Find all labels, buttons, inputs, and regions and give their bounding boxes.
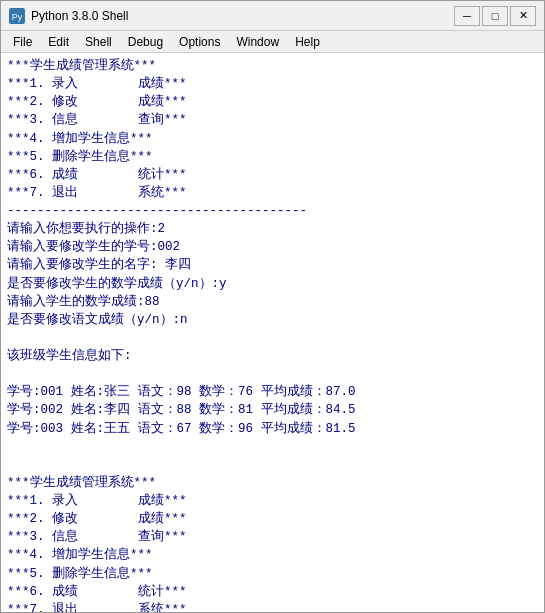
window-controls: ─ □ ✕ — [454, 6, 536, 26]
menu-bar: File Edit Shell Debug Options Window Hel… — [1, 31, 544, 53]
menu-help[interactable]: Help — [287, 33, 328, 51]
title-bar: Py Python 3.8.0 Shell ─ □ ✕ — [1, 1, 544, 31]
menu-edit[interactable]: Edit — [40, 33, 77, 51]
menu-shell[interactable]: Shell — [77, 33, 120, 51]
minimize-button[interactable]: ─ — [454, 6, 480, 26]
window-icon: Py — [9, 8, 25, 24]
menu-debug[interactable]: Debug — [120, 33, 171, 51]
menu-window[interactable]: Window — [228, 33, 287, 51]
menu-options[interactable]: Options — [171, 33, 228, 51]
menu-file[interactable]: File — [5, 33, 40, 51]
svg-text:Py: Py — [12, 12, 23, 22]
close-button[interactable]: ✕ — [510, 6, 536, 26]
shell-output[interactable]: ***学生成绩管理系统*** ***1. 录入 成绩*** ***2. 修改 成… — [1, 53, 544, 612]
main-window: Py Python 3.8.0 Shell ─ □ ✕ File Edit Sh… — [0, 0, 545, 613]
maximize-button[interactable]: □ — [482, 6, 508, 26]
window-title: Python 3.8.0 Shell — [31, 9, 454, 23]
